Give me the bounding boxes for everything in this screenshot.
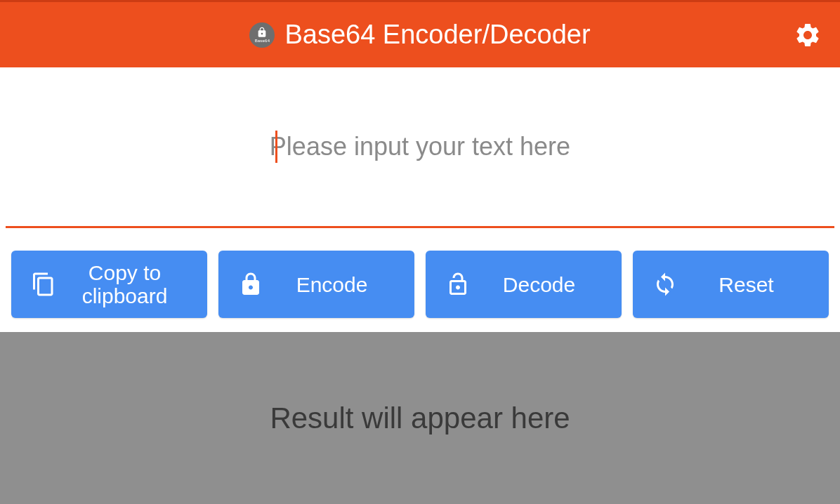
lock-closed-icon: [256, 27, 268, 38]
app-badge-icon: Base64: [249, 22, 275, 48]
result-placeholder: Result will appear here: [270, 402, 570, 435]
decode-button-label: Decode: [471, 273, 608, 296]
result-section: Result will appear here: [0, 332, 840, 504]
decode-button[interactable]: Decode: [426, 251, 622, 318]
encode-button[interactable]: Encode: [218, 251, 414, 318]
refresh-icon: [652, 272, 678, 297]
copy-to-clipboard-button[interactable]: Copy to clipboard: [11, 251, 207, 318]
reset-button[interactable]: Reset: [633, 251, 829, 318]
app-header: Base64 Base64 Encoder/Decoder: [0, 2, 840, 67]
reset-button-label: Reset: [678, 273, 815, 296]
input-section: [6, 67, 834, 228]
text-input[interactable]: [6, 132, 834, 161]
app-badge-text: Base64: [255, 39, 270, 43]
app-title: Base64 Encoder/Decoder: [284, 20, 590, 50]
copy-icon: [31, 272, 56, 297]
lock-open-icon: [445, 272, 471, 297]
gear-icon: [794, 21, 822, 49]
header-title-group: Base64 Base64 Encoder/Decoder: [249, 20, 590, 50]
text-caret: [275, 131, 277, 163]
copy-button-label: Copy to clipboard: [56, 261, 193, 307]
encode-button-label: Encode: [263, 273, 400, 296]
settings-button[interactable]: [792, 20, 823, 51]
lock-closed-icon: [238, 272, 263, 297]
button-row: Copy to clipboard Encode Decode Reset: [0, 228, 840, 332]
